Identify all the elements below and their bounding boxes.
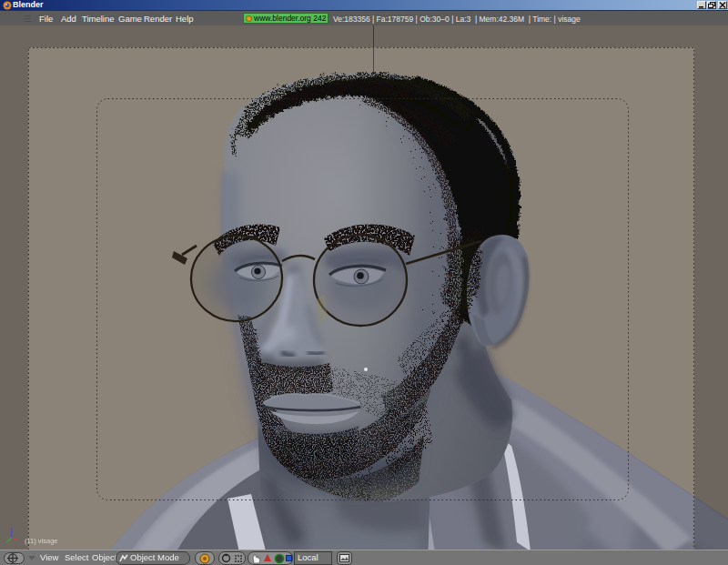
svg-text:(11) visage: (11) visage bbox=[25, 537, 58, 545]
